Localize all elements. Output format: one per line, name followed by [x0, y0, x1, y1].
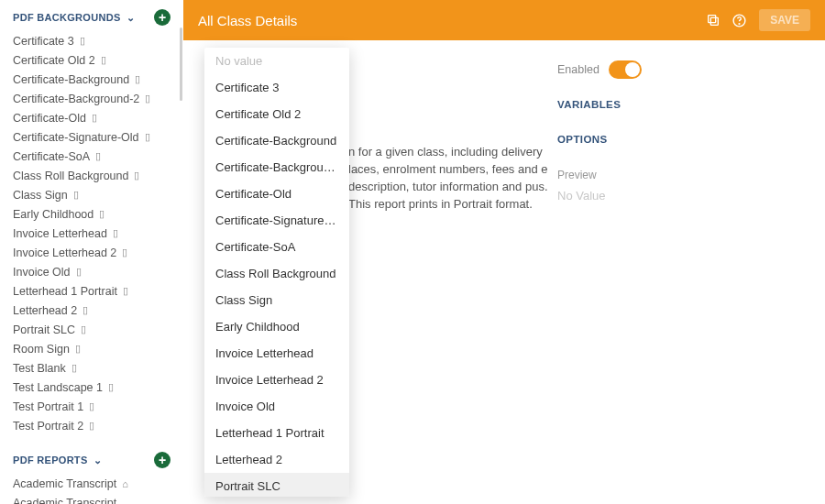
doc-icon: ▯: [123, 285, 128, 297]
dropdown-placeholder[interactable]: No value: [204, 48, 349, 74]
sidebar-item-label: Certificate 3: [13, 35, 74, 48]
variables-heading[interactable]: VARIABLES: [557, 99, 642, 110]
sidebar-item-label: Certificate-SoA: [13, 150, 90, 163]
sidebar-item-label: Test Landscape 1: [13, 381, 103, 394]
dropdown-option[interactable]: Certificate-Old: [204, 181, 349, 207]
doc-icon: ▯: [113, 227, 118, 239]
sidebar-item[interactable]: Certificate-Background▯: [0, 70, 183, 89]
doc-icon: ▯: [89, 400, 94, 412]
sidebar-item[interactable]: Invoice Letterhead 2▯: [0, 243, 183, 262]
dropdown-option[interactable]: Early Childhood: [204, 313, 349, 340]
sidebar-item-label: Class Sign: [13, 189, 68, 202]
sidebar-item-label: Academic Transcript: [13, 497, 116, 505]
sidebar-item[interactable]: Class Roll Background▯: [0, 166, 183, 185]
sidebar-item[interactable]: Class Sign▯: [0, 185, 183, 204]
section-header[interactable]: PDF BACKGROUNDS⌄+: [0, 5, 183, 31]
sidebar-item[interactable]: Certificate-Background-2▯: [0, 89, 183, 108]
dropdown-option[interactable]: Class Sign: [204, 287, 349, 313]
svg-rect-1: [709, 16, 716, 23]
sidebar-item-label: Letterhead 1 Portrait: [13, 285, 117, 298]
chevron-down-icon: ⌄: [126, 12, 135, 24]
add-button[interactable]: +: [154, 9, 170, 26]
sidebar-item[interactable]: Portrait SLC▯: [0, 320, 183, 339]
doc-icon: ▯: [122, 247, 127, 258]
sidebar-item[interactable]: Letterhead 1 Portrait▯: [0, 281, 183, 301]
doc-icon: ▯: [95, 150, 101, 162]
sidebar-item-label: Invoice Letterhead 2: [13, 247, 116, 259]
sidebar-item-label: Early Childhood: [13, 208, 94, 221]
right-column: Enabled VARIABLES OPTIONS Preview No Val…: [557, 60, 642, 203]
sidebar-item[interactable]: Certificate-Signature-Old▯: [0, 127, 183, 147]
sidebar-item[interactable]: Certificate-SoA▯: [0, 147, 183, 166]
dropdown-option[interactable]: Letterhead 2: [204, 446, 349, 473]
sidebar-item-label: Test Blank: [13, 362, 66, 375]
doc-icon: ▯: [75, 343, 81, 355]
dropdown-option[interactable]: Certificate Old 2: [204, 101, 349, 127]
add-button[interactable]: +: [154, 452, 170, 468]
sidebar-item-label: Academic Transcript: [13, 477, 116, 490]
sidebar-item[interactable]: Room Sign▯: [0, 339, 183, 358]
dropdown-scroll[interactable]: No value Certificate 3Certificate Old 2C…: [204, 48, 349, 497]
enabled-label: Enabled: [557, 63, 600, 76]
section-title: PDF BACKGROUNDS: [13, 12, 121, 23]
doc-icon: ▯: [80, 35, 85, 47]
preview-value: No Value: [557, 189, 642, 203]
options-heading[interactable]: OPTIONS: [557, 134, 642, 145]
section-title: PDF REPORTS: [13, 455, 88, 466]
sidebar-item[interactable]: Test Blank▯: [0, 358, 183, 378]
sidebar-item-label: Invoice Letterhead: [13, 227, 107, 240]
description-text: n for a given class, including delivery …: [348, 144, 550, 213]
sidebar-item-label: Portrait SLC: [13, 323, 75, 336]
dropdown-option[interactable]: Certificate-SoA: [204, 234, 349, 260]
sidebar-item[interactable]: Letterhead 2▯: [0, 301, 183, 320]
sidebar-item-label: Letterhead 2: [13, 304, 77, 317]
dropdown-option[interactable]: Certificate-Background-2: [204, 154, 349, 181]
dropdown-option[interactable]: Invoice Letterhead 2: [204, 367, 349, 393]
doc-icon: ▯: [81, 323, 86, 335]
dropdown-option[interactable]: Certificate-Signature-Old: [204, 207, 349, 234]
sidebar-scrollbar[interactable]: [180, 27, 182, 101]
chevron-down-icon: ⌄: [94, 455, 102, 466]
sidebar-item[interactable]: Early Childhood▯: [0, 204, 183, 224]
background-dropdown: No value Certificate 3Certificate Old 2C…: [204, 48, 349, 497]
section-header[interactable]: PDF REPORTS⌄+: [0, 448, 183, 474]
sidebar-item-label: Test Portrait 1: [13, 400, 83, 413]
sidebar-item[interactable]: Test Portrait 1▯: [0, 397, 183, 416]
sidebar-item[interactable]: Certificate 3▯: [0, 31, 183, 50]
doc-icon: ▯: [73, 189, 79, 201]
sidebar-item-label: Class Roll Background: [13, 170, 128, 182]
page-title: All Class Details: [198, 13, 700, 28]
sidebar-item[interactable]: Invoice Old▯: [0, 262, 183, 281]
header-bar: All Class Details SAVE: [183, 0, 825, 40]
sidebar-item[interactable]: Academic Transcript: [0, 493, 183, 504]
preview-label: Preview: [557, 169, 642, 181]
sidebar-item[interactable]: Certificate Old 2▯: [0, 50, 183, 70]
doc-icon: ▯: [82, 304, 88, 316]
copy-icon[interactable]: [700, 7, 726, 33]
save-button[interactable]: SAVE: [759, 9, 810, 31]
dropdown-option[interactable]: Class Roll Background: [204, 260, 349, 287]
help-icon[interactable]: [726, 7, 752, 33]
doc-icon: ▯: [108, 381, 114, 393]
sidebar-item[interactable]: Certificate-Old▯: [0, 108, 183, 127]
sidebar-item[interactable]: Test Portrait 2▯: [0, 416, 183, 435]
dropdown-option[interactable]: Invoice Letterhead: [204, 340, 349, 367]
sidebar-item-label: Invoice Old: [13, 266, 71, 279]
sidebar-item[interactable]: Academic Transcript⌂: [0, 474, 183, 493]
enabled-toggle[interactable]: [609, 60, 642, 79]
dropdown-option[interactable]: Invoice Old: [204, 393, 349, 420]
sidebar-item-label: Room Sign: [13, 343, 70, 356]
sidebar-item[interactable]: Invoice Letterhead▯: [0, 224, 183, 243]
doc-icon: ▯: [89, 420, 94, 432]
sidebar-item-label: Certificate-Old: [13, 112, 86, 125]
dropdown-option[interactable]: Letterhead 1 Portrait: [204, 420, 349, 446]
sidebar-item[interactable]: Test Landscape 1▯: [0, 378, 183, 397]
doc-icon: ▯: [92, 112, 97, 124]
dropdown-option[interactable]: Certificate-Background: [204, 127, 349, 154]
lock-icon: ⌂: [122, 478, 128, 489]
dropdown-option[interactable]: Certificate 3: [204, 74, 349, 101]
doc-icon: ▯: [145, 131, 150, 143]
sidebar-item-label: Certificate-Background-2: [13, 93, 139, 105]
dropdown-option[interactable]: Portrait SLC: [204, 473, 349, 497]
sidebar-item-label: Test Portrait 2: [13, 420, 83, 433]
